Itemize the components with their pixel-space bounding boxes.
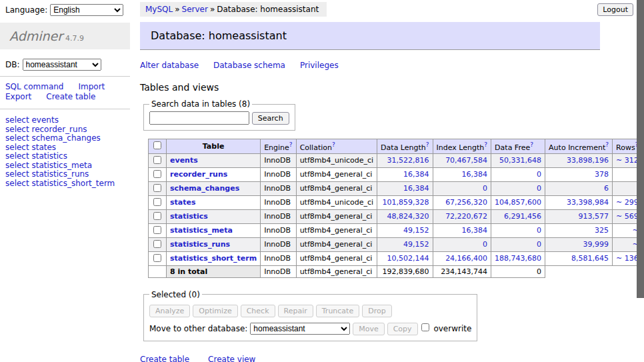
row-checkbox[interactable] xyxy=(153,184,161,192)
row-checkbox[interactable] xyxy=(153,226,161,234)
selected-action-button[interactable]: Repair xyxy=(278,305,313,317)
index-length-link[interactable]: 67,256,320 xyxy=(437,198,488,207)
selected-action-button[interactable]: Truncate xyxy=(316,305,359,317)
search-button[interactable]: Search xyxy=(252,112,289,125)
data-length-link[interactable]: 16,384 xyxy=(381,184,429,193)
data-length-link[interactable]: 31,522,816 xyxy=(381,156,429,165)
data-free-link[interactable]: 188,743,680 xyxy=(495,254,541,263)
index-length-link[interactable]: 0 xyxy=(437,240,488,249)
table-name-link[interactable]: statistics_runs xyxy=(170,240,230,249)
overwrite-label[interactable]: overwrite xyxy=(433,324,471,333)
sidebar-select-link[interactable]: select statistics_short_term xyxy=(5,179,125,188)
data-free-link[interactable]: 50,331,648 xyxy=(495,156,541,165)
sidebar-select-link[interactable]: select statistics_runs xyxy=(5,170,125,179)
row-checkbox[interactable] xyxy=(153,170,161,178)
selected-action-button[interactable]: Drop xyxy=(362,305,391,317)
auto-increment-link[interactable]: 325 xyxy=(549,226,609,235)
sidebar-select-link[interactable]: select events xyxy=(5,116,125,125)
engine-cell: InnoDB xyxy=(261,251,296,265)
auto-increment-link[interactable]: 8,581,645 xyxy=(549,254,609,263)
table-name-link[interactable]: recorder_runs xyxy=(170,170,227,179)
data-free-link[interactable]: 0 xyxy=(495,226,541,235)
move-button[interactable]: Move xyxy=(353,323,385,335)
data-free-link[interactable]: 6,291,456 xyxy=(495,212,541,221)
language-select[interactable]: English xyxy=(50,4,123,16)
column-help-link[interactable]: ? xyxy=(426,141,429,148)
data-length-link[interactable]: 10,502,144 xyxy=(381,254,429,263)
auto-increment-link[interactable]: 913,577 xyxy=(549,212,609,221)
column-help-link[interactable]: ? xyxy=(484,141,487,148)
selected-action-button[interactable]: Optimize xyxy=(193,305,237,317)
index-length-link[interactable]: 16,384 xyxy=(437,226,488,235)
data-length-link[interactable]: 48,824,320 xyxy=(381,212,429,221)
index-length-link[interactable]: 70,467,584 xyxy=(437,156,488,165)
create-link[interactable]: Create view xyxy=(208,355,255,362)
data-length-link[interactable]: 49,152 xyxy=(381,226,429,235)
sidebar-select-link[interactable]: select schema_changes xyxy=(5,134,125,143)
row-checkbox[interactable] xyxy=(153,240,161,248)
data-free-link[interactable]: 0 xyxy=(495,184,541,193)
auto-increment-link[interactable]: 378 xyxy=(549,170,609,179)
column-help-link[interactable]: ? xyxy=(289,141,293,148)
table-name-link[interactable]: events xyxy=(170,156,198,165)
logout-button[interactable]: Logout xyxy=(597,3,633,16)
sidebar-op-link[interactable]: SQL command xyxy=(5,82,63,91)
index-length-link[interactable]: 24,166,400 xyxy=(437,254,488,263)
column-help-link[interactable]: ? xyxy=(530,141,533,148)
breadcrumb-link-server[interactable]: Server xyxy=(182,5,208,14)
move-db-select[interactable]: homeassistant xyxy=(250,323,350,335)
auto-increment-link[interactable]: 33,398,984 xyxy=(549,198,609,207)
selected-action-button[interactable]: Check xyxy=(241,305,275,317)
database-action-link[interactable]: Privileges xyxy=(300,61,339,70)
row-checkbox[interactable] xyxy=(153,156,161,164)
create-link[interactable]: Create table xyxy=(140,355,189,362)
db-select[interactable]: homeassistant xyxy=(23,59,101,71)
table-name-link[interactable]: statistics xyxy=(170,212,208,221)
index-length-link[interactable]: 0 xyxy=(437,184,488,193)
auto-increment-link[interactable]: 33,898,196 xyxy=(549,156,609,165)
breadcrumb-link-mysql[interactable]: MySQL xyxy=(145,5,173,14)
collation-cell: utf8mb4_general_ci xyxy=(296,181,377,195)
data-free-link[interactable]: 0 xyxy=(495,170,541,179)
auto-increment-link[interactable]: 6 xyxy=(549,184,609,193)
table-name-link[interactable]: statistics_meta xyxy=(170,226,233,235)
index-length-link[interactable]: 72,220,672 xyxy=(437,212,488,221)
table-body: events InnoDB utf8mb4_unicode_ci 31,522,… xyxy=(149,153,644,265)
sidebar-select-link[interactable]: select statistics xyxy=(5,152,125,161)
row-checkbox[interactable] xyxy=(153,254,161,262)
database-action-link[interactable]: Alter database xyxy=(140,61,199,70)
sidebar-select-link[interactable]: select recorder_runs xyxy=(5,125,125,134)
data-free-link[interactable]: 104,857,600 xyxy=(495,198,541,207)
selected-action-button[interactable]: Analyze xyxy=(149,305,190,317)
table-name-link[interactable]: states xyxy=(170,198,196,207)
sidebar-op-link[interactable]: Create table xyxy=(46,92,95,101)
total-collation: utf8mb4_general_ci xyxy=(296,265,377,277)
copy-button[interactable]: Copy xyxy=(387,323,418,335)
overwrite-checkbox[interactable] xyxy=(421,323,429,331)
column-help-link[interactable]: ? xyxy=(332,141,335,148)
row-checkbox[interactable] xyxy=(153,212,161,220)
select-all-checkbox[interactable] xyxy=(153,141,161,149)
engine-cell: InnoDB xyxy=(261,167,296,181)
sidebar-select-link[interactable]: select states xyxy=(5,143,125,152)
data-length-link[interactable]: 16,384 xyxy=(381,170,429,179)
column-header-data-length: Data Length? xyxy=(377,139,433,154)
table-name-link[interactable]: statistics_short_term xyxy=(170,254,257,263)
column-help-link[interactable]: ? xyxy=(605,141,609,148)
app-version: 4.7.9 xyxy=(65,34,84,43)
table-name-link[interactable]: schema_changes xyxy=(170,184,239,193)
auto-increment-link[interactable]: 39,999 xyxy=(549,240,609,249)
data-length-link[interactable]: 49,152 xyxy=(381,240,429,249)
data-length-link[interactable]: 101,859,328 xyxy=(381,198,429,207)
index-length-link[interactable]: 16,384 xyxy=(437,170,488,179)
sidebar-op-link[interactable]: Import xyxy=(78,82,105,91)
search-input[interactable] xyxy=(149,111,249,125)
database-action-link[interactable]: Database schema xyxy=(213,61,285,70)
sidebar-select-link[interactable]: select statistics_meta xyxy=(5,161,125,170)
data-free-link[interactable]: 0 xyxy=(495,240,541,249)
engine-cell: InnoDB xyxy=(261,237,296,251)
row-checkbox[interactable] xyxy=(153,198,161,206)
scrollbar-thumb[interactable] xyxy=(637,0,644,298)
column-header-label: Data Length xyxy=(381,143,426,152)
sidebar-op-link[interactable]: Export xyxy=(5,92,31,101)
